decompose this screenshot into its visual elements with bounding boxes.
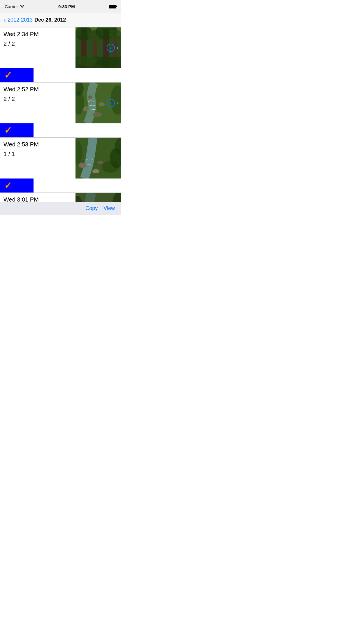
status-bar: Carrier 9:33 PM: [0, 0, 121, 13]
item-actions: i ›: [107, 44, 121, 52]
status-battery: [109, 5, 116, 8]
bottom-toolbar: Copy View: [0, 202, 121, 215]
item-time: Wed 2:53 PM: [3, 141, 73, 148]
list-item[interactable]: Wed 2:34 PM 2 / 2: [0, 27, 121, 83]
item-actions: i ›: [107, 99, 121, 107]
svg-point-25: [97, 161, 103, 164]
item-top: Wed 3:01 PM 3 / 3: [0, 193, 121, 202]
item-time: Wed 2:34 PM: [3, 31, 73, 38]
item-time: Wed 2:52 PM: [3, 86, 73, 93]
svg-point-11: [77, 56, 97, 66]
back-chevron-icon[interactable]: ‹: [3, 17, 6, 24]
svg-point-24: [92, 169, 99, 173]
list-item[interactable]: Wed 3:01 PM 3 / 3: [0, 193, 121, 202]
item-time: Wed 3:01 PM: [3, 196, 73, 202]
carrier-label: Carrier: [5, 4, 18, 9]
photo-list: Wed 2:34 PM 2 / 2: [0, 27, 121, 202]
status-carrier: Carrier: [5, 4, 24, 9]
list-item[interactable]: Wed 2:53 PM 1 / 1: [0, 138, 121, 193]
svg-point-12: [96, 58, 119, 67]
checkmark-icon: ✓: [4, 180, 12, 191]
list-item[interactable]: Wed 2:52 PM 2 / 2: [0, 83, 121, 138]
copy-button[interactable]: Copy: [85, 205, 98, 211]
chevron-right-icon: ›: [117, 45, 118, 51]
wifi-icon: [20, 4, 24, 9]
svg-point-23: [79, 163, 87, 168]
item-count: 1 / 1: [3, 151, 73, 158]
item-top: Wed 2:53 PM 1 / 1: [0, 138, 121, 178]
item-info: Wed 2:34 PM 2 / 2: [0, 27, 75, 68]
item-count: 2 / 2: [3, 41, 73, 47]
back-label[interactable]: 2012-2013: [8, 17, 33, 23]
info-icon: i: [110, 100, 111, 106]
checkmark-icon: ✓: [4, 70, 12, 81]
page-title: Dec 26, 2012: [34, 17, 66, 23]
info-button[interactable]: i: [107, 99, 115, 107]
battery-icon: [109, 5, 116, 8]
item-info: Wed 2:52 PM 2 / 2: [0, 83, 75, 123]
item-info: Wed 3:01 PM 3 / 3: [0, 193, 75, 202]
item-top: Wed 2:34 PM 2 / 2: [0, 27, 121, 68]
view-button[interactable]: View: [103, 205, 115, 211]
check-bar: ✓: [0, 68, 34, 82]
item-photo: [75, 193, 121, 202]
navigation-bar: ‹ 2012-2013 Dec 26, 2012: [0, 13, 121, 27]
info-icon: i: [110, 45, 111, 50]
item-info: Wed 2:53 PM 1 / 1: [0, 138, 75, 178]
status-time: 9:33 PM: [58, 4, 75, 9]
info-button[interactable]: i: [107, 44, 115, 52]
check-bar: ✓: [0, 178, 34, 192]
item-count: 2 / 2: [3, 96, 73, 102]
item-photo: [75, 138, 121, 178]
checkmark-icon: ✓: [4, 125, 12, 136]
check-bar: ✓: [0, 123, 34, 137]
chevron-right-icon: ›: [117, 100, 118, 106]
item-top: Wed 2:52 PM 2 / 2: [0, 83, 121, 123]
